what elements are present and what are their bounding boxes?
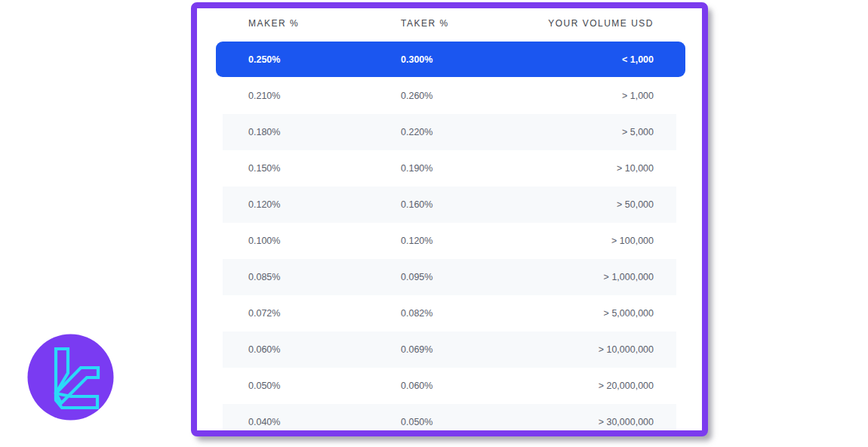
taker-fee-cell: 0.190% bbox=[401, 163, 536, 174]
column-header-maker: MAKER % bbox=[197, 18, 401, 29]
taker-fee-cell: 0.060% bbox=[401, 381, 536, 391]
tc-monogram-logo-icon bbox=[27, 334, 114, 421]
maker-fee-cell: 0.210% bbox=[197, 91, 401, 101]
taker-fee-cell: 0.160% bbox=[401, 199, 536, 210]
column-header-volume: YOUR VOLUME USD bbox=[536, 18, 702, 29]
taker-fee-cell: 0.050% bbox=[401, 417, 536, 427]
maker-fee-cell: 0.180% bbox=[197, 127, 401, 137]
taker-fee-cell: 0.220% bbox=[401, 127, 536, 137]
volume-tier-cell: > 50,000 bbox=[536, 199, 702, 210]
fee-tier-row: 0.085% 0.095% > 1,000,000 bbox=[197, 259, 702, 295]
volume-tier-cell: > 5,000 bbox=[536, 127, 702, 137]
maker-fee-cell: 0.040% bbox=[197, 417, 401, 427]
maker-fee-cell: 0.072% bbox=[197, 308, 401, 319]
fee-tier-row: 0.060% 0.069% > 10,000,000 bbox=[197, 331, 702, 368]
fee-tier-row: 0.180% 0.220% > 5,000 bbox=[197, 114, 702, 150]
volume-tier-cell: > 20,000,000 bbox=[536, 381, 702, 391]
taker-fee-cell: 0.082% bbox=[401, 308, 536, 319]
maker-fee-cell: 0.250% bbox=[197, 54, 401, 65]
volume-tier-cell: > 1,000,000 bbox=[536, 272, 702, 282]
fee-tier-row: 0.072% 0.082% > 5,000,000 bbox=[197, 295, 702, 331]
maker-fee-cell: 0.150% bbox=[197, 163, 401, 174]
fee-tier-row: 0.100% 0.120% > 100,000 bbox=[197, 223, 702, 259]
taker-fee-cell: 0.300% bbox=[401, 54, 536, 65]
volume-tier-cell: < 1,000 bbox=[536, 54, 702, 65]
volume-tier-cell: > 30,000,000 bbox=[536, 417, 702, 427]
maker-fee-cell: 0.085% bbox=[197, 272, 401, 282]
site-logo bbox=[27, 334, 114, 421]
taker-fee-cell: 0.095% bbox=[401, 272, 536, 282]
fee-tier-table-body[interactable]: 0.250% 0.300% < 1,000 0.210% 0.260% > 1,… bbox=[197, 42, 702, 436]
maker-fee-cell: 0.060% bbox=[197, 344, 401, 355]
fee-schedule-panel: MAKER % TAKER % YOUR VOLUME USD 0.250% 0… bbox=[191, 2, 708, 436]
volume-tier-cell: > 10,000 bbox=[536, 163, 702, 174]
taker-fee-cell: 0.120% bbox=[401, 236, 536, 246]
table-header: MAKER % TAKER % YOUR VOLUME USD bbox=[197, 14, 702, 32]
fee-tier-row: 0.250% 0.300% < 1,000 bbox=[197, 42, 702, 77]
taker-fee-cell: 0.069% bbox=[401, 344, 536, 355]
fee-tier-row: 0.150% 0.190% > 10,000 bbox=[197, 150, 702, 187]
fee-tier-row: 0.050% 0.060% > 20,000,000 bbox=[197, 368, 702, 404]
fee-tier-row: 0.120% 0.160% > 50,000 bbox=[197, 187, 702, 223]
volume-tier-cell: > 10,000,000 bbox=[536, 344, 702, 355]
volume-tier-cell: > 100,000 bbox=[536, 236, 702, 246]
fee-tier-row: 0.040% 0.050% > 30,000,000 bbox=[197, 404, 702, 436]
maker-fee-cell: 0.050% bbox=[197, 381, 401, 391]
fee-tier-row: 0.210% 0.260% > 1,000 bbox=[197, 78, 702, 114]
column-header-taker: TAKER % bbox=[401, 18, 536, 29]
volume-tier-cell: > 1,000 bbox=[536, 91, 702, 101]
maker-fee-cell: 0.100% bbox=[197, 236, 401, 246]
taker-fee-cell: 0.260% bbox=[401, 91, 536, 101]
maker-fee-cell: 0.120% bbox=[197, 199, 401, 210]
volume-tier-cell: > 5,000,000 bbox=[536, 308, 702, 319]
